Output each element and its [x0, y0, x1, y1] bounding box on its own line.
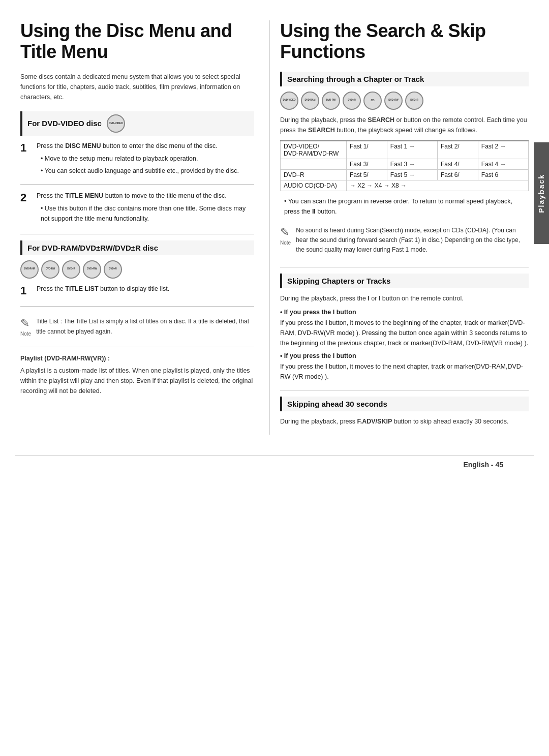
dvdram-step1-main: Press the TITLE LIST button to display t…: [37, 284, 254, 294]
dvd-video-heading: For DVD-VIDEO disc DVD-VIDEO: [20, 111, 254, 136]
skip-next-body: If you press the I button, it moves to t…: [280, 361, 529, 382]
disc-icon-dvdr: DVD+R: [62, 260, 80, 279]
skip-label: Skipping Chapters or Tracks: [287, 277, 390, 285]
search-label: Searching through a Chapter or Track: [287, 75, 424, 83]
skip-prev-heading: • If you press the I button: [280, 309, 529, 316]
table-cell-f6a: Fast 6: [478, 169, 528, 180]
step-2: 2 Press the TITLE MENU button to move to…: [20, 191, 254, 226]
table-cell-label-2: [281, 159, 347, 169]
table-cell-f3a: Fast 3 →: [387, 159, 437, 169]
search-body-text: During the playback, press the SEARCH or…: [280, 115, 529, 135]
step1-bullet1: Move to the setup menu related to playba…: [41, 154, 254, 164]
step1-bullet2: You can select audio language and subtit…: [41, 166, 254, 176]
table-cell-f2: Fast 2/: [437, 141, 478, 159]
playback-label: Playback: [537, 174, 545, 213]
playlist-title: Playlist (DVD-RAM/-RW(VR)) :: [20, 353, 254, 364]
table-cell-f6: Fast 6/: [437, 169, 478, 180]
disc-icon-dvdram2: DVD-RAM: [301, 92, 319, 110]
skip-section: Skipping Chapters or Tracks During the p…: [280, 274, 529, 382]
disc-icon-dvdram: DVD-RAM: [20, 260, 39, 279]
disc-icon-dvdplusrw2: DVD+RW: [384, 92, 403, 110]
disc-icon-dvdr2: DVD+R: [343, 92, 361, 110]
table-row-1: DVD-VIDEO/DVD-RAM/DVD-RW Fast 1/ Fast 1 …: [281, 141, 529, 159]
table-cell-f5: Fast 5/: [347, 169, 387, 180]
left-title: Using the Disc Menu and Title Menu: [20, 20, 254, 63]
dvd-ram-section: For DVD-RAM/DVD±RW/DVD±R disc DVD-RAM DV…: [20, 240, 254, 298]
table-cell-f3: Fast 3/: [347, 159, 387, 169]
skip30-heading: Skipping ahead 30 seconds: [280, 397, 529, 411]
playback-sidebar: Playback: [534, 142, 549, 244]
speed-table: DVD-VIDEO/DVD-RAM/DVD-RW Fast 1/ Fast 1 …: [280, 140, 529, 191]
disc-icon-dvdplusr: DVD+R: [104, 260, 122, 279]
skip-heading: Skipping Chapters or Tracks: [280, 274, 529, 288]
skip30-label: Skipping ahead 30 seconds: [287, 400, 387, 408]
table-cell-f2a: Fast 2 →: [478, 141, 528, 159]
table-cell-f4a: Fast 4 →: [478, 159, 528, 169]
search-heading: Searching through a Chapter or Track: [280, 72, 529, 86]
search-bullet1: You can scan the program in reverse orde…: [284, 196, 529, 217]
table-cell-f1a: Fast 1 →: [387, 141, 437, 159]
note-box-1: ✎ Note Title List : The Title List is si…: [20, 313, 254, 341]
note-text-2: No sound is heard during Scan(Search) mo…: [296, 226, 529, 255]
note-icon-1: ✎ Note: [20, 317, 31, 337]
table-cell-dvdr: DVD–R: [281, 169, 347, 180]
right-title: Using the Search & Skip Functions: [280, 20, 529, 63]
page-footer: English - 45: [15, 455, 534, 474]
dvd-video-section: For DVD-VIDEO disc DVD-VIDEO 1 Press the…: [20, 111, 254, 226]
note-icon-2: ✎ Note: [280, 226, 291, 255]
table-cell-f4: Fast 4/: [437, 159, 478, 169]
table-row-audio: AUDIO CD(CD-DA) → X2 → X4 → X8 →: [281, 180, 529, 191]
page-number: English - 45: [463, 461, 503, 469]
table-cell-f1: Fast 1/: [347, 141, 387, 159]
table-cell-label-1: DVD-VIDEO/DVD-RAM/DVD-RW: [281, 141, 347, 159]
disc-icon-cd: CD: [363, 92, 382, 110]
dvd-ram-heading: For DVD-RAM/DVD±RW/DVD±R disc: [20, 240, 254, 255]
skip-prev-body: If you press the I button, it moves to t…: [280, 318, 529, 348]
skip-body: During the playback, press the I or I bu…: [280, 293, 529, 304]
playlist-text: A playlist is a custom-made list of titl…: [20, 366, 254, 396]
dvd-video-label: For DVD-VIDEO disc: [27, 119, 102, 128]
table-row-2: Fast 3/ Fast 3 → Fast 4/ Fast 4 →: [281, 159, 529, 169]
disc-icon-dvdrw: DVD-RW: [41, 260, 59, 279]
skip-next-heading: • If you press the I button: [280, 352, 529, 359]
table-cell-x2: → X2 → X4 → X8 →: [347, 180, 529, 191]
page-container: Using the Disc Menu and Title Menu Some …: [0, 0, 549, 455]
dvdram-step-1: 1 Press the TITLE LIST button to display…: [20, 284, 254, 298]
step2-main: Press the TITLE MENU button to move to t…: [37, 191, 254, 201]
search-disc-icons: DVD-VIDEO DVD-RAM DVD-RW DVD+R CD DVD+RW…: [280, 92, 529, 110]
step1-main: Press the DISC MENU button to enter the …: [37, 141, 254, 151]
disc-icon-dvdvideo2: DVD-VIDEO: [280, 92, 298, 110]
table-row-3: DVD–R Fast 5/ Fast 5 → Fast 6/ Fast 6: [281, 169, 529, 180]
step2-bullet1: Use this button if the disc contains mor…: [41, 203, 254, 224]
dvd-ram-disc-icons: DVD-RAM DVD-RW DVD+R DVD+RW DVD+R: [20, 260, 254, 279]
disc-icon-dvdrw2: DVD-RW: [322, 92, 340, 110]
disc-icon-dvdplusr2: DVD+R: [405, 92, 423, 110]
search-section: Searching through a Chapter or Track DVD…: [280, 72, 529, 259]
table-cell-f5a: Fast 5 →: [387, 169, 437, 180]
skip30-body: During the playback, press F.ADV/SKIP bu…: [280, 416, 529, 427]
playlist-section: Playlist (DVD-RAM/-RW(VR)) : A playlist …: [20, 353, 254, 396]
right-column: Using the Search & Skip Functions Search…: [269, 20, 529, 435]
step-1: 1 Press the DISC MENU button to enter th…: [20, 141, 254, 178]
table-cell-audio: AUDIO CD(CD-DA): [281, 180, 347, 191]
disc-icon-dvdplusrw: DVD+RW: [83, 260, 101, 279]
skip30-section: Skipping ahead 30 seconds During the pla…: [280, 397, 529, 427]
left-intro: Some discs contain a dedicated menu syst…: [20, 72, 254, 102]
note-text-1: Title List : The Title List is simply a …: [36, 317, 254, 337]
note-box-2: ✎ Note No sound is heard during Scan(Sea…: [280, 222, 529, 259]
dvd-video-disc-icon: DVD-VIDEO: [107, 114, 125, 133]
left-column: Using the Disc Menu and Title Menu Some …: [20, 20, 269, 435]
dvd-ram-label: For DVD-RAM/DVD±RW/DVD±R disc: [27, 244, 158, 252]
